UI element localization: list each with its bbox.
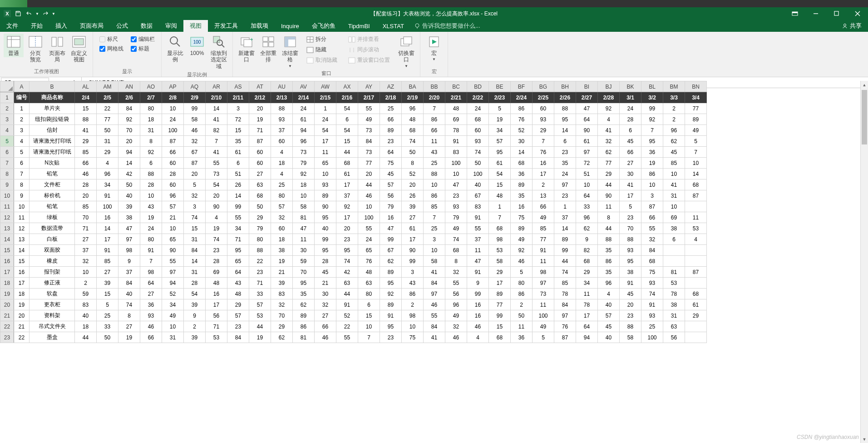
cell[interactable]: 47 [467,256,489,267]
cell[interactable]: 41 [663,179,685,190]
cell[interactable]: 1 [14,103,30,114]
cell[interactable]: 61 [489,158,511,169]
headings-checkbox[interactable]: 标题 [131,45,155,53]
cell[interactable]: 50 [118,179,140,190]
cell[interactable]: 66 [140,332,162,343]
cell[interactable]: 100 [467,169,489,179]
cell[interactable]: 11 [598,201,620,212]
cell[interactable]: 57 [271,201,293,212]
cell[interactable]: 29 [227,299,249,310]
cell[interactable]: 32 [598,136,620,147]
cell[interactable]: 99 [315,234,336,245]
cell[interactable]: 请柬激光打印纸 [30,147,75,158]
cell[interactable]: 91 [467,212,489,223]
cell[interactable]: 请柬激光打印纸 [30,136,75,147]
minimize-button[interactable] [805,7,826,20]
cell[interactable]: 16 [467,299,489,310]
cell[interactable]: 47 [380,223,402,234]
row-header[interactable]: 19 [0,289,14,299]
cell[interactable]: 11 [14,212,30,223]
header-cell[interactable]: 2/26 [554,92,576,103]
cell[interactable]: 2 [184,321,206,332]
cell[interactable]: 50 [97,332,118,343]
cell[interactable]: 81 [293,212,315,223]
tab-开始[interactable]: 开始 [25,20,49,32]
undo-icon[interactable] [25,9,34,18]
column-header[interactable]: BM [663,81,685,92]
cell[interactable]: 73 [293,147,315,158]
cell[interactable]: 31 [162,332,184,343]
cell[interactable]: 9 [576,234,598,245]
cell[interactable]: 单片夹 [30,103,75,114]
cell[interactable]: 66 [315,321,336,332]
cell[interactable] [685,321,707,332]
cell[interactable]: 15 [358,310,380,321]
cell[interactable]: 92 [336,201,358,212]
cell[interactable]: 91 [533,245,554,256]
cell[interactable]: 54 [184,289,206,299]
cell[interactable]: 46 [184,125,206,136]
cell[interactable]: 29 [75,136,97,147]
column-header[interactable]: AS [227,81,249,92]
cell[interactable]: 5 [511,267,533,278]
cell[interactable]: 7 [424,103,445,114]
cell[interactable]: 35 [511,190,533,201]
cell[interactable]: 95 [620,256,641,267]
cell[interactable]: 10 [424,179,445,190]
freeze-panes-button[interactable]: 冻结窗格▼ [280,34,300,69]
header-cell[interactable]: 3/4 [685,92,707,103]
scroll-thumb[interactable] [862,90,867,144]
header-cell[interactable]: 2/8 [162,92,184,103]
row-header[interactable]: 23 [0,332,14,343]
cell[interactable]: 94 [576,332,598,343]
cell[interactable]: 19 [271,256,293,267]
cell[interactable]: 61 [336,169,358,179]
cell[interactable]: 60 [249,147,271,158]
cell[interactable]: 95 [315,245,336,256]
cell[interactable]: 48 [402,114,424,125]
cell[interactable]: 3 [424,234,445,245]
cell[interactable]: 86 [511,103,533,114]
cell[interactable]: 91 [336,299,358,310]
cell[interactable]: 40 [598,332,620,343]
header-cell[interactable]: 2/21 [445,92,467,103]
cell[interactable]: 47 [576,103,598,114]
cell[interactable]: 纽扣袋|拉链袋 [30,114,75,125]
cell[interactable]: 13 [14,234,30,245]
cell[interactable]: 87 [554,332,576,343]
cell[interactable]: 89 [511,223,533,234]
row-header[interactable]: 17 [0,267,14,278]
cell[interactable]: 84 [184,245,206,256]
header-cell[interactable]: 2/19 [402,92,424,103]
row-header[interactable]: 13 [0,223,14,234]
cell[interactable]: 85 [533,223,554,234]
scroll-down-icon[interactable]: ▼ [861,435,868,443]
cell[interactable]: 2 [402,299,424,310]
cell[interactable]: 17 [576,310,598,321]
cell[interactable]: 45 [598,321,620,332]
cell[interactable]: 4 [271,169,293,179]
column-header[interactable]: BH [554,81,576,92]
cell[interactable]: 86 [402,289,424,299]
column-header[interactable]: AW [315,81,336,92]
cell[interactable]: 88 [424,169,445,179]
cell[interactable]: 15 [227,125,249,136]
header-cell[interactable]: 商品名称 [30,92,75,103]
cell[interactable]: 63 [249,179,271,190]
cell[interactable]: 1 [489,201,511,212]
cell[interactable]: 20 [402,179,424,190]
cell[interactable]: 29 [576,267,598,278]
cell[interactable]: 92 [641,114,663,125]
cell[interactable]: 87 [685,267,707,278]
cell[interactable]: 3 [14,125,30,136]
cell[interactable]: 16 [467,310,489,321]
cell[interactable]: 34 [97,179,118,190]
cell[interactable]: 68 [489,223,511,234]
cell[interactable]: 88 [271,103,293,114]
cell[interactable]: 78 [663,289,685,299]
cell[interactable]: 36 [511,332,533,343]
cell[interactable]: 96 [576,212,598,223]
cell[interactable]: 73 [533,289,554,299]
cell[interactable]: 28 [140,179,162,190]
cell[interactable]: 11 [533,299,554,310]
